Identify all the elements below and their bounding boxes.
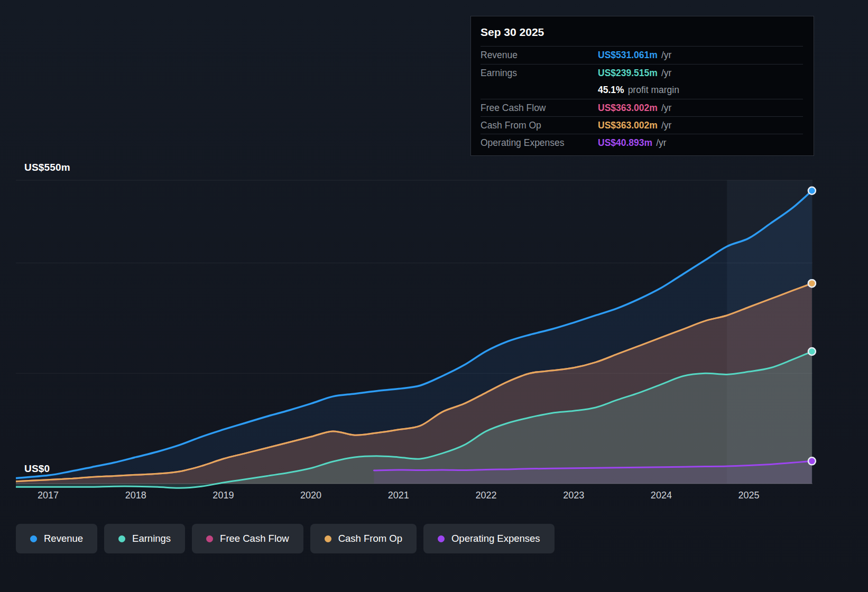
x-axis: 201720182019202020212022202320242025 [0, 490, 868, 506]
tooltip-row-earnings: EarningsUS$239.515m/yr [481, 64, 803, 81]
tooltip-row-value: US$239.515m [598, 68, 658, 79]
tooltip-row-unit: /yr [661, 68, 671, 79]
tooltip-row-label: Earnings [481, 68, 598, 79]
tooltip-row-label: Cash From Op [481, 120, 598, 131]
legend-item-operating-expenses[interactable]: Operating Expenses [423, 524, 555, 553]
legend-item-cash-from-op[interactable]: Cash From Op [310, 524, 417, 553]
earnings-legend-dot-icon [118, 535, 125, 542]
earnings-end-marker[interactable] [808, 348, 816, 355]
cash-from-op-end-marker[interactable] [808, 280, 816, 287]
revenue-legend-dot-icon [30, 535, 37, 542]
legend-item-earnings[interactable]: Earnings [104, 524, 185, 553]
revenue-end-marker[interactable] [808, 187, 816, 195]
tooltip-date: Sep 30 2025 [481, 24, 803, 47]
tooltip-row-label: Free Cash Flow [481, 103, 598, 114]
tooltip-row-label: Revenue [481, 50, 598, 61]
tooltip-row-value: US$363.002m [598, 103, 658, 114]
tooltip-row-unit: /yr [661, 50, 671, 61]
x-tick-2024: 2024 [651, 490, 672, 501]
legend: RevenueEarningsFree Cash FlowCash From O… [16, 524, 555, 553]
y-axis-max-label: US$550m [24, 162, 70, 173]
tooltip-row-value: US$363.002m [598, 120, 658, 131]
tooltip-row-profit-margin: 45.1%profit margin [481, 81, 803, 99]
legend-item-label: Operating Expenses [451, 533, 540, 544]
tooltip-row-unit: profit margin [628, 85, 679, 96]
tooltip-row-unit: /yr [661, 103, 671, 114]
tooltip-row-cash-from-op: Cash From OpUS$363.002m/yr [481, 116, 803, 134]
x-tick-2019: 2019 [213, 490, 234, 501]
legend-item-label: Revenue [44, 533, 83, 544]
free-cash-flow-legend-dot-icon [206, 535, 213, 542]
x-tick-2022: 2022 [475, 490, 496, 501]
legend-item-free-cash-flow[interactable]: Free Cash Flow [192, 524, 303, 553]
operating-expenses-end-marker[interactable] [808, 457, 816, 465]
chart-panel: US$550m US$0 201720182019202020212022202… [0, 0, 868, 592]
tooltip-row-revenue: RevenueUS$531.061m/yr [481, 47, 803, 64]
operating-expenses-legend-dot-icon [438, 535, 445, 542]
legend-item-label: Earnings [132, 533, 171, 544]
tooltip-row-value: US$40.893m [598, 137, 652, 149]
legend-item-revenue[interactable]: Revenue [16, 524, 97, 553]
cash-from-op-legend-dot-icon [325, 535, 331, 542]
x-tick-2023: 2023 [563, 490, 584, 501]
data-tooltip: Sep 30 2025 RevenueUS$531.061m/yrEarning… [470, 16, 814, 156]
x-tick-2017: 2017 [38, 490, 59, 501]
legend-item-label: Cash From Op [338, 533, 402, 544]
x-tick-2020: 2020 [300, 490, 321, 501]
legend-item-label: Free Cash Flow [220, 533, 289, 544]
tooltip-row-label: Operating Expenses [481, 137, 598, 149]
tooltip-row-free-cash-flow: Free Cash FlowUS$363.002m/yr [481, 99, 803, 116]
tooltip-row-value: US$531.061m [598, 50, 658, 61]
x-tick-2018: 2018 [125, 490, 146, 501]
x-tick-2025: 2025 [738, 490, 760, 501]
x-tick-2021: 2021 [388, 490, 409, 501]
tooltip-row-unit: /yr [661, 120, 671, 131]
tooltip-rows: RevenueUS$531.061m/yrEarningsUS$239.515m… [481, 47, 803, 151]
tooltip-row-operating-expenses: Operating ExpensesUS$40.893m/yr [481, 134, 803, 151]
tooltip-row-value: 45.1% [598, 85, 624, 96]
y-axis-zero-label: US$0 [24, 463, 50, 475]
tooltip-row-unit: /yr [656, 137, 666, 149]
